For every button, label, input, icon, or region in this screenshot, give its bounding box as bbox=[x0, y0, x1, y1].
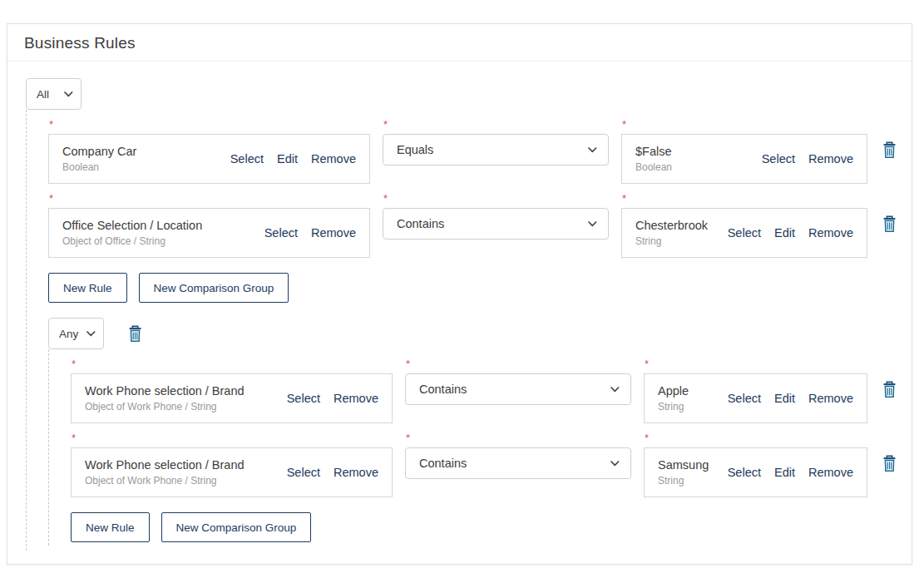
value-subtitle: Boolean bbox=[635, 161, 672, 173]
remove-link[interactable]: Remove bbox=[334, 466, 378, 479]
remove-link[interactable]: Remove bbox=[808, 466, 853, 479]
field-title: Office Selection / Location bbox=[62, 219, 202, 232]
group-actions: New Rule New Comparison Group bbox=[48, 273, 898, 303]
select-link[interactable]: Select bbox=[287, 466, 320, 479]
required-marker: * bbox=[383, 118, 609, 131]
delete-rule-button[interactable] bbox=[880, 215, 898, 233]
required-marker: * bbox=[406, 432, 631, 444]
group-match-select[interactable]: Any bbox=[48, 318, 104, 349]
field-cell: * Work Phone selection / Brand Object of… bbox=[71, 423, 393, 497]
field-actions: Select Remove bbox=[287, 392, 378, 405]
delete-rule-button[interactable] bbox=[880, 381, 898, 398]
select-link[interactable]: Select bbox=[728, 226, 761, 240]
field-subtitle: Object of Work Phone / String bbox=[85, 401, 245, 413]
operator-select[interactable]: Contains bbox=[405, 373, 631, 405]
value-subtitle: String bbox=[658, 475, 709, 487]
operator-value: Contains bbox=[397, 217, 444, 230]
required-marker: * bbox=[645, 432, 867, 444]
remove-link[interactable]: Remove bbox=[311, 226, 356, 240]
operator-cell: * Contains bbox=[383, 184, 609, 240]
required-marker: * bbox=[72, 358, 393, 370]
select-link[interactable]: Select bbox=[728, 466, 761, 479]
edit-link[interactable]: Edit bbox=[774, 226, 795, 240]
chevron-down-icon bbox=[610, 387, 620, 393]
operator-value: Contains bbox=[419, 383, 467, 396]
group-match-value: All bbox=[37, 88, 49, 101]
operator-value: Equals bbox=[397, 143, 433, 156]
field-text: Work Phone selection / Brand Object of W… bbox=[85, 384, 245, 413]
chevron-down-icon bbox=[64, 91, 73, 97]
field-select-box: Company Car Boolean Select Edit Remove bbox=[48, 134, 370, 184]
field-subtitle: Object of Office / String bbox=[62, 235, 202, 247]
delete-rule-button[interactable] bbox=[880, 455, 898, 472]
rule-group-root: All * Company Car Boolean bbox=[26, 78, 898, 551]
rule-row: * Company Car Boolean Select Edit Remove bbox=[48, 110, 898, 184]
operator-select[interactable]: Contains bbox=[405, 447, 631, 479]
select-link[interactable]: Select bbox=[287, 392, 320, 405]
value-actions: Select Edit Remove bbox=[728, 466, 853, 479]
select-link[interactable]: Select bbox=[264, 226, 298, 240]
required-marker: * bbox=[49, 118, 370, 131]
value-subtitle: String bbox=[658, 401, 689, 413]
required-marker: * bbox=[383, 192, 609, 205]
root-group-head: All bbox=[26, 78, 898, 110]
required-marker: * bbox=[622, 118, 867, 131]
remove-link[interactable]: Remove bbox=[311, 152, 356, 165]
remove-link[interactable]: Remove bbox=[334, 392, 378, 405]
rule-group-nested: Any * bbox=[48, 318, 898, 546]
delete-group-button[interactable] bbox=[126, 325, 144, 343]
value-cell: * Samsung String Select Edit bbox=[644, 423, 867, 497]
value-text: Chesterbrook String bbox=[635, 219, 708, 247]
edit-link[interactable]: Edit bbox=[277, 152, 298, 165]
value-cell: * Apple String Select Edit bbox=[644, 349, 867, 423]
operator-select[interactable]: Equals bbox=[383, 134, 609, 165]
edit-link[interactable]: Edit bbox=[774, 466, 795, 479]
new-comparison-group-button[interactable]: New Comparison Group bbox=[161, 512, 312, 542]
required-marker: * bbox=[645, 358, 867, 370]
field-actions: Select Remove bbox=[264, 226, 356, 240]
select-link[interactable]: Select bbox=[762, 152, 795, 165]
field-cell: * Office Selection / Location Object of … bbox=[48, 184, 370, 258]
group-match-value: Any bbox=[59, 328, 78, 340]
field-subtitle: Boolean bbox=[62, 161, 136, 173]
chevron-down-icon bbox=[86, 331, 96, 337]
value-select-box: $False Boolean Select Remove bbox=[621, 134, 867, 184]
select-link[interactable]: Select bbox=[728, 392, 761, 405]
new-rule-button[interactable]: New Rule bbox=[71, 512, 150, 542]
required-marker: * bbox=[49, 192, 370, 205]
panel-header: Business Rules bbox=[7, 24, 912, 62]
group-match-select[interactable]: All bbox=[26, 78, 82, 110]
value-title: Samsung bbox=[658, 458, 709, 472]
edit-link[interactable]: Edit bbox=[774, 392, 795, 405]
trash-icon bbox=[882, 141, 897, 159]
new-rule-button[interactable]: New Rule bbox=[48, 273, 127, 303]
remove-link[interactable]: Remove bbox=[808, 226, 853, 240]
value-select-box: Chesterbrook String Select Edit Remove bbox=[621, 208, 867, 258]
value-actions: Select Remove bbox=[762, 152, 853, 165]
delete-rule-button[interactable] bbox=[880, 141, 898, 159]
page-title: Business Rules bbox=[24, 34, 895, 52]
remove-link[interactable]: Remove bbox=[808, 152, 853, 165]
value-title: Apple bbox=[658, 384, 689, 398]
value-select-box: Apple String Select Edit Remove bbox=[644, 373, 867, 423]
value-text: Apple String bbox=[658, 384, 689, 413]
operator-value: Contains bbox=[419, 457, 467, 470]
field-actions: Select Remove bbox=[287, 466, 378, 479]
field-select-box: Work Phone selection / Brand Object of W… bbox=[71, 373, 393, 423]
operator-select[interactable]: Contains bbox=[383, 208, 609, 240]
value-text: $False Boolean bbox=[635, 145, 672, 173]
chevron-down-icon bbox=[610, 461, 620, 467]
value-cell: * Chesterbrook String Select Edit Remove bbox=[621, 184, 867, 258]
field-text: Office Selection / Location Object of Of… bbox=[62, 219, 202, 247]
root-group-body: * Company Car Boolean Select Edit Remove bbox=[26, 110, 898, 551]
new-comparison-group-button[interactable]: New Comparison Group bbox=[139, 273, 289, 303]
select-link[interactable]: Select bbox=[230, 152, 264, 165]
required-marker: * bbox=[72, 432, 393, 444]
required-marker: * bbox=[622, 192, 867, 205]
field-title: Company Car bbox=[62, 145, 136, 158]
business-rules-panel: Business Rules All * Company Car bbox=[7, 23, 912, 565]
operator-cell: * Contains bbox=[405, 423, 631, 479]
field-cell: * Company Car Boolean Select Edit Remove bbox=[48, 110, 370, 184]
trash-icon bbox=[882, 215, 897, 233]
remove-link[interactable]: Remove bbox=[808, 392, 853, 405]
